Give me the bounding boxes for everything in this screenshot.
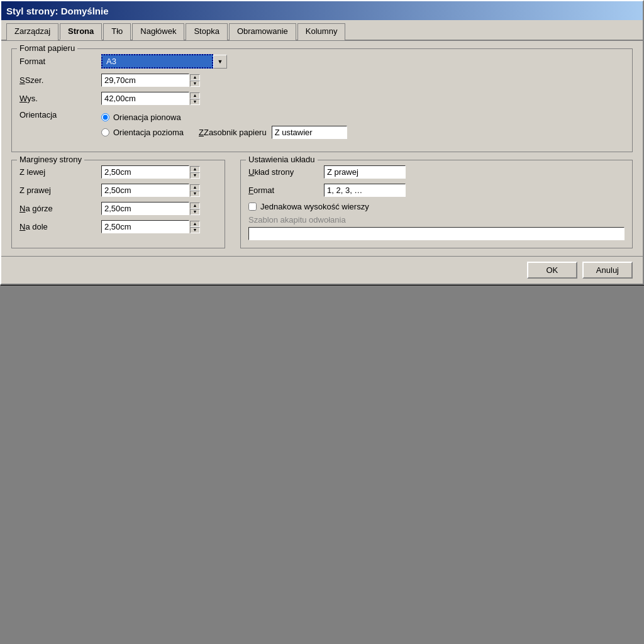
margin-right-down[interactable]: ▼ (190, 191, 200, 197)
width-label: SSzer. (19, 75, 101, 85)
tray-value[interactable]: Z ustawier (272, 126, 347, 139)
margin-right-label: Z prawej (19, 186, 101, 195)
margins-legend: Marginesy strony (17, 155, 84, 164)
orientation-label: Orientacja (19, 110, 101, 119)
margin-right-row: Z prawej ▲ ▼ (19, 184, 217, 197)
width-row: SSzer. ▲ ▼ (19, 74, 625, 87)
margin-top-label: Na górze (19, 204, 101, 213)
margin-bottom-btns: ▲ ▼ (190, 221, 200, 233)
title-bar: Styl strony: Domyślnie (1, 1, 643, 20)
paper-format-group: Format papieru Format A3 ▼ SSzer. (11, 48, 633, 152)
margin-left-input[interactable] (101, 165, 189, 179)
ok-button[interactable]: OK (527, 262, 577, 279)
layout-format-label: Format (248, 186, 324, 195)
layout-format-row: Format 1, 2, 3, … (248, 184, 625, 197)
margin-left-up[interactable]: ▲ (190, 166, 200, 172)
margin-left-down[interactable]: ▼ (190, 172, 200, 179)
width-spinner-btns: ▲ ▼ (190, 74, 200, 87)
height-up-btn[interactable]: ▲ (190, 92, 200, 99)
equal-height-row: Jednakowa wysokość wierszy (248, 202, 625, 211)
margin-bottom-label: Na dole (19, 222, 101, 231)
ref-input[interactable] (248, 227, 625, 240)
dialog-window: Styl strony: Domyślnie Zarządzaj Strona … (0, 0, 644, 285)
ref-label: Szablon akapitu odwołania (248, 215, 625, 225)
margin-right-up[interactable]: ▲ (190, 184, 200, 191)
page-layout-value[interactable]: Z prawej (324, 165, 406, 179)
width-spinner: ▲ ▼ (101, 74, 200, 87)
margin-top-down[interactable]: ▼ (190, 209, 200, 215)
margin-right-input[interactable] (101, 184, 189, 197)
margin-bottom-input[interactable] (101, 220, 189, 233)
portrait-row: Orienacja pionowa (101, 113, 347, 122)
tab-kolumny[interactable]: Kolumny (297, 23, 346, 40)
format-select-wrapper: A3 ▼ (101, 54, 227, 69)
format-label: Format (19, 57, 101, 66)
margin-top-up[interactable]: ▲ (190, 203, 200, 209)
layout-group: Ustawienia układu Układ strony Z prawej … (240, 160, 633, 248)
tray-label: ZZasobnik papieru (199, 128, 267, 137)
bottom-section: Marginesy strony Z lewej ▲ ▼ (11, 160, 633, 248)
margins-group: Marginesy strony Z lewej ▲ ▼ (11, 160, 225, 248)
margin-top-btns: ▲ ▼ (190, 203, 200, 215)
margin-left-row: Z lewej ▲ ▼ (19, 165, 217, 179)
page-layout-row: Układ strony Z prawej (248, 165, 625, 179)
layout-legend: Ustawienia układu (246, 155, 318, 164)
dialog-body: Format papieru Format A3 ▼ SSzer. (1, 41, 643, 256)
orientation-row: Orientacja Orienacja pionowa Orientacja … (19, 110, 625, 139)
margin-bottom-down[interactable]: ▼ (190, 227, 200, 233)
height-spinner: ▲ ▼ (101, 92, 200, 105)
page-layout-label: Układ strony (248, 167, 324, 177)
margin-left-btns: ▲ ▼ (190, 166, 200, 179)
tab-strona[interactable]: Strona (60, 23, 102, 40)
margin-left-label: Z lewej (19, 167, 101, 177)
portrait-radio[interactable] (101, 113, 109, 121)
format-dropdown-btn[interactable]: ▼ (213, 55, 227, 69)
width-up-btn[interactable]: ▲ (190, 74, 200, 80)
tab-naglowek[interactable]: Nagłówek (132, 23, 184, 40)
tab-stopka[interactable]: Stopka (186, 23, 227, 40)
width-down-btn[interactable]: ▼ (190, 80, 200, 87)
layout-format-value[interactable]: 1, 2, 3, … (324, 184, 406, 197)
margin-top-input[interactable] (101, 202, 189, 215)
cancel-button[interactable]: Anuluj (582, 262, 633, 279)
margin-top-row: Na górze ▲ ▼ (19, 202, 217, 215)
margin-bottom-up[interactable]: ▲ (190, 221, 200, 227)
ref-section: Szablon akapitu odwołania (248, 215, 625, 240)
format-row: Format A3 ▼ (19, 54, 625, 69)
landscape-row: Orientacja pozioma (101, 128, 184, 137)
landscape-tray-row: Orientacja pozioma ZZasobnik papieru Z u… (101, 126, 347, 139)
height-input[interactable] (101, 92, 189, 105)
width-input[interactable] (101, 74, 189, 87)
height-row: Wys. ▲ ▼ (19, 92, 625, 105)
margin-bottom-row: Na dole ▲ ▼ (19, 220, 217, 233)
portrait-label: Orienacja pionowa (113, 113, 181, 122)
equal-height-label: Jednakowa wysokość wierszy (260, 202, 369, 211)
height-spinner-btns: ▲ ▼ (190, 92, 200, 105)
height-down-btn[interactable]: ▼ (190, 99, 200, 105)
tab-obramowanie[interactable]: Obramowanie (229, 23, 296, 40)
format-select-text[interactable]: A3 (101, 54, 213, 69)
landscape-radio[interactable] (101, 128, 109, 136)
tab-bar: Zarządzaj Strona Tło Nagłówek Stopka Obr… (1, 20, 643, 41)
margin-top-spinner: ▲ ▼ (101, 202, 200, 215)
dialog-footer: OK Anuluj (1, 256, 643, 284)
title-bar-text: Styl strony: Domyślnie (6, 6, 109, 16)
margin-right-btns: ▲ ▼ (190, 184, 200, 197)
margin-right-spinner: ▲ ▼ (101, 184, 200, 197)
height-label: Wys. (19, 94, 101, 103)
margin-left-spinner: ▲ ▼ (101, 165, 200, 179)
orientation-options: Orienacja pionowa Orientacja pozioma ZZa… (101, 113, 347, 139)
equal-height-checkbox[interactable] (248, 203, 257, 211)
tab-zarzadzaj[interactable]: Zarządzaj (6, 23, 58, 40)
landscape-label: Orientacja pozioma (113, 128, 184, 137)
margin-bottom-spinner: ▲ ▼ (101, 220, 200, 233)
tab-tlo[interactable]: Tło (103, 23, 131, 40)
paper-format-legend: Format papieru (17, 43, 77, 53)
